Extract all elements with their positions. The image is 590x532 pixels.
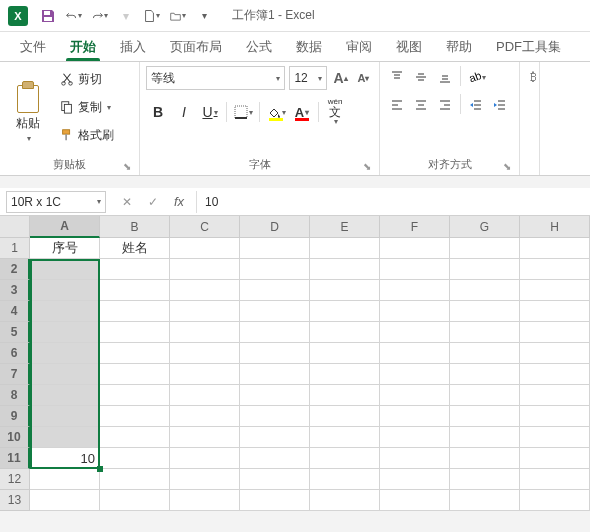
cell[interactable] bbox=[100, 448, 170, 469]
launcher-icon[interactable]: ⬊ bbox=[121, 161, 133, 173]
cell[interactable] bbox=[30, 343, 100, 364]
underline-button[interactable]: U▾ bbox=[198, 100, 222, 124]
cell[interactable]: 序号 bbox=[30, 238, 100, 259]
row-header[interactable]: 12 bbox=[0, 469, 30, 490]
cell[interactable] bbox=[240, 322, 310, 343]
decrease-indent-icon[interactable] bbox=[465, 94, 487, 116]
cell[interactable] bbox=[100, 490, 170, 511]
font-size-select[interactable]: 12▾ bbox=[289, 66, 327, 90]
cell[interactable] bbox=[100, 469, 170, 490]
italic-button[interactable]: I bbox=[172, 100, 196, 124]
align-top-icon[interactable] bbox=[386, 66, 408, 88]
name-box[interactable]: 10R x 1C▾ bbox=[6, 191, 106, 213]
row-header[interactable]: 13 bbox=[0, 490, 30, 511]
cell[interactable] bbox=[310, 322, 380, 343]
cell[interactable] bbox=[30, 406, 100, 427]
open-folder-icon[interactable]: ▾ bbox=[170, 8, 186, 24]
cell[interactable] bbox=[170, 406, 240, 427]
cell[interactable] bbox=[30, 301, 100, 322]
row-header[interactable]: 4 bbox=[0, 301, 30, 322]
cell[interactable] bbox=[450, 427, 520, 448]
cell[interactable] bbox=[380, 238, 450, 259]
col-header-H[interactable]: H bbox=[520, 216, 590, 238]
orientation-icon[interactable]: ab▾ bbox=[465, 66, 487, 88]
cell[interactable] bbox=[450, 301, 520, 322]
cell[interactable] bbox=[100, 385, 170, 406]
cell[interactable] bbox=[170, 490, 240, 511]
cell[interactable] bbox=[520, 364, 590, 385]
row-header[interactable]: 7 bbox=[0, 364, 30, 385]
format-painter-button[interactable]: 格式刷 bbox=[54, 122, 120, 148]
cell[interactable] bbox=[450, 490, 520, 511]
cell[interactable] bbox=[450, 448, 520, 469]
cell[interactable] bbox=[450, 280, 520, 301]
cell[interactable] bbox=[240, 280, 310, 301]
fill-color-button[interactable]: ▾ bbox=[264, 100, 288, 124]
grid-body[interactable]: 1序号姓名 2 3 4 5 6 7 8 9 10 1110 12 13 bbox=[0, 238, 590, 511]
cell[interactable] bbox=[170, 238, 240, 259]
copy-button[interactable]: 复制▾ bbox=[54, 94, 120, 120]
cancel-icon[interactable]: ✕ bbox=[114, 191, 140, 213]
cell[interactable] bbox=[170, 301, 240, 322]
cell[interactable] bbox=[170, 469, 240, 490]
cell[interactable] bbox=[520, 280, 590, 301]
row-header[interactable]: 5 bbox=[0, 322, 30, 343]
cell[interactable] bbox=[520, 427, 590, 448]
cell[interactable] bbox=[450, 406, 520, 427]
cell[interactable] bbox=[100, 301, 170, 322]
cell[interactable] bbox=[520, 448, 590, 469]
col-header-E[interactable]: E bbox=[310, 216, 380, 238]
cell[interactable]: 10 bbox=[30, 448, 100, 469]
row-header[interactable]: 2 bbox=[0, 259, 30, 280]
cell[interactable] bbox=[380, 280, 450, 301]
cell[interactable] bbox=[30, 427, 100, 448]
cell[interactable] bbox=[380, 427, 450, 448]
new-file-icon[interactable]: ▾ bbox=[144, 8, 160, 24]
cell[interactable] bbox=[380, 406, 450, 427]
cell[interactable] bbox=[100, 364, 170, 385]
col-header-F[interactable]: F bbox=[380, 216, 450, 238]
tab-layout[interactable]: 页面布局 bbox=[158, 32, 234, 61]
cell[interactable] bbox=[240, 427, 310, 448]
cell[interactable] bbox=[30, 490, 100, 511]
row-header[interactable]: 11 bbox=[0, 448, 30, 469]
cell[interactable] bbox=[240, 343, 310, 364]
cell[interactable] bbox=[170, 322, 240, 343]
cell[interactable] bbox=[240, 490, 310, 511]
cell[interactable] bbox=[520, 301, 590, 322]
cell[interactable] bbox=[380, 469, 450, 490]
tab-file[interactable]: 文件 bbox=[8, 32, 58, 61]
cell[interactable] bbox=[380, 259, 450, 280]
cell[interactable] bbox=[170, 343, 240, 364]
cell[interactable] bbox=[30, 280, 100, 301]
align-bottom-icon[interactable] bbox=[434, 66, 456, 88]
cell[interactable] bbox=[380, 364, 450, 385]
phonetic-button[interactable]: wén文▾ bbox=[323, 100, 347, 124]
cell[interactable] bbox=[520, 490, 590, 511]
paste-button[interactable]: 粘贴 ▾ bbox=[6, 66, 50, 157]
borders-button[interactable]: ▾ bbox=[231, 100, 255, 124]
cell[interactable] bbox=[520, 259, 590, 280]
select-all-corner[interactable] bbox=[0, 216, 30, 238]
cell[interactable] bbox=[310, 301, 380, 322]
cell[interactable] bbox=[100, 322, 170, 343]
cell[interactable] bbox=[520, 469, 590, 490]
cell[interactable] bbox=[450, 259, 520, 280]
cell[interactable] bbox=[170, 448, 240, 469]
cell[interactable] bbox=[380, 448, 450, 469]
cell[interactable] bbox=[240, 448, 310, 469]
tab-formulas[interactable]: 公式 bbox=[234, 32, 284, 61]
cell[interactable] bbox=[310, 469, 380, 490]
launcher-icon[interactable]: ⬊ bbox=[361, 161, 373, 173]
cell[interactable] bbox=[100, 343, 170, 364]
cell[interactable] bbox=[380, 385, 450, 406]
cell[interactable] bbox=[310, 280, 380, 301]
undo-icon[interactable]: ▾ bbox=[66, 8, 82, 24]
cell[interactable] bbox=[100, 259, 170, 280]
cell[interactable] bbox=[170, 280, 240, 301]
tab-data[interactable]: 数据 bbox=[284, 32, 334, 61]
cell[interactable] bbox=[450, 385, 520, 406]
cell[interactable] bbox=[170, 427, 240, 448]
cell[interactable] bbox=[100, 427, 170, 448]
fx-icon[interactable]: fx bbox=[166, 191, 192, 213]
